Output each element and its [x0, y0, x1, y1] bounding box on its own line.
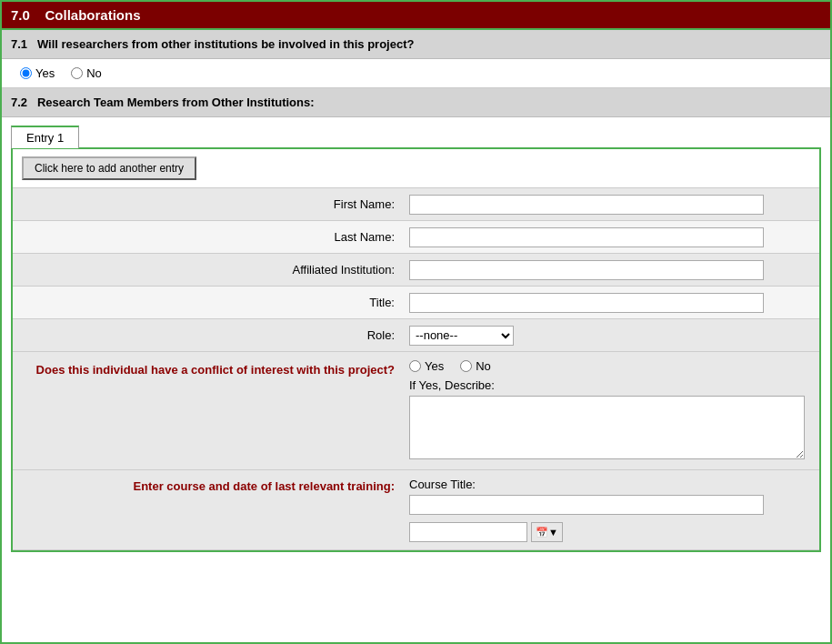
course-title-label: Course Title: [409, 478, 814, 491]
conflict-row: Does this individual have a conflict of … [13, 352, 819, 470]
course-title-input[interactable] [409, 495, 764, 515]
affiliated-institution-label: Affiliated Institution: [13, 257, 404, 282]
question-7-1: 7.1 Will researchers from other institut… [2, 30, 830, 59]
q7-1-no-radio[interactable] [71, 67, 83, 79]
question-7-2: 7.2 Research Team Members from Other Ins… [2, 88, 830, 117]
q7-1-yes-text: Yes [35, 66, 55, 80]
calendar-icon: 📅 [536, 527, 548, 538]
q7-1-answer-row: Yes No [2, 59, 830, 88]
q7-1-no-label[interactable]: No [71, 66, 102, 80]
role-row: Role: --none-- Co-Investigator Consultan… [13, 319, 819, 352]
training-control: Course Title: 📅 ▼ [404, 470, 819, 549]
add-entry-row: Click here to add another entry [13, 149, 819, 188]
conflict-describe-textarea[interactable] [409, 396, 805, 459]
q7-2-text: Research Team Members from Other Institu… [37, 96, 315, 109]
affiliated-institution-control [404, 257, 819, 284]
q7-1-yes-label[interactable]: Yes [20, 66, 55, 80]
conflict-control: Yes No If Yes, Describe: [404, 352, 819, 469]
entry-1-tab-label: Entry 1 [26, 131, 64, 145]
role-label: Role: [13, 323, 404, 347]
section-number: 7.0 [11, 7, 30, 23]
date-input[interactable] [409, 522, 527, 542]
first-name-input[interactable] [409, 195, 764, 215]
title-label: Title: [13, 290, 404, 315]
affiliated-institution-input[interactable] [409, 260, 764, 280]
q7-1-radio-group: Yes No [20, 66, 812, 80]
q7-1-yes-radio[interactable] [20, 67, 32, 79]
entry-panel: Click here to add another entry First Na… [11, 147, 821, 552]
last-name-label: Last Name: [13, 225, 404, 249]
title-control [404, 289, 819, 317]
conflict-yes-label[interactable]: Yes [409, 359, 444, 373]
calendar-dropdown-arrow: ▼ [548, 527, 558, 538]
if-yes-label: If Yes, Describe: [409, 378, 814, 392]
last-name-row: Last Name: [13, 221, 819, 254]
first-name-row: First Name: [13, 188, 819, 221]
conflict-yes-radio[interactable] [409, 360, 421, 372]
affiliated-institution-row: Affiliated Institution: [13, 254, 819, 287]
q7-2-number: 7.2 [11, 96, 27, 109]
entry-1-tab[interactable]: Entry 1 [11, 126, 79, 148]
conflict-label: Does this individual have a conflict of … [13, 352, 404, 387]
last-name-input[interactable] [409, 227, 764, 247]
date-row: 📅 ▼ [409, 522, 814, 542]
title-row: Title: [13, 287, 819, 319]
conflict-yes-text: Yes [425, 359, 444, 373]
first-name-label: First Name: [13, 192, 404, 216]
conflict-no-text: No [476, 359, 491, 373]
last-name-control [404, 224, 819, 251]
title-input[interactable] [409, 293, 764, 313]
calendar-button[interactable]: 📅 ▼ [531, 522, 563, 542]
conflict-no-label[interactable]: No [460, 359, 491, 373]
q7-1-text: Will researchers from other institutions… [37, 37, 415, 51]
q7-1-no-text: No [86, 66, 102, 80]
conflict-radio-group: Yes No [409, 359, 814, 373]
role-control: --none-- Co-Investigator Consultant Othe… [404, 322, 819, 349]
first-name-control [404, 191, 819, 218]
training-label: Enter course and date of last relevant t… [13, 470, 404, 493]
role-select[interactable]: --none-- Co-Investigator Consultant Othe… [409, 326, 514, 346]
training-row: Enter course and date of last relevant t… [13, 470, 819, 550]
q7-1-number: 7.1 [11, 37, 27, 51]
conflict-no-radio[interactable] [460, 360, 472, 372]
page-wrapper: 7.0 Collaborations 7.1 Will researchers … [0, 0, 832, 644]
tabs-area: Entry 1 [2, 117, 830, 147]
section-title: Collaborations [45, 7, 141, 23]
section-header: 7.0 Collaborations [2, 2, 830, 30]
add-entry-button[interactable]: Click here to add another entry [22, 156, 196, 180]
